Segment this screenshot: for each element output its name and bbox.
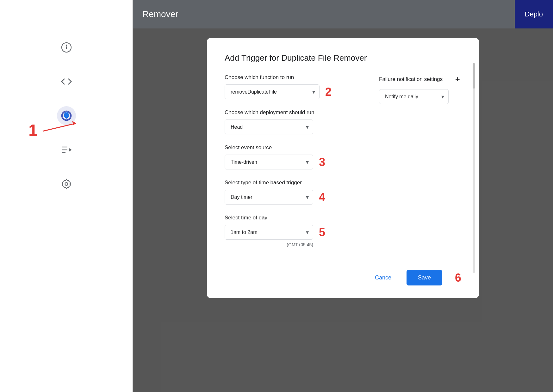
event-select-wrapper: Time-driven ▾ [225, 155, 313, 169]
timeofday-select-wrapper: 1am to 2am ▾ [225, 225, 313, 240]
function-select-wrapper: removeDuplicateFile ▾ [225, 84, 320, 99]
deployment-label: Choose which deployment should run [225, 109, 360, 116]
svg-text:1: 1 [28, 121, 38, 139]
timeofday-section: Select time of day 1am to 2am ▾ 5 (GMT+0… [225, 215, 360, 247]
svg-marker-13 [69, 148, 72, 152]
svg-line-9 [67, 112, 68, 113]
deploy-button[interactable]: Deplo [515, 0, 553, 28]
event-section: Select event source Time-driven ▾ 3 [225, 144, 360, 169]
main-area: Remover Deplo Add Trigger for Duplicate … [133, 0, 553, 392]
event-row: Time-driven ▾ 3 [225, 155, 360, 169]
timetype-section: Select type of time based trigger Day ti… [225, 180, 360, 205]
notify-select[interactable]: Notify me daily [379, 89, 449, 104]
timetype-select-wrapper: Day timer ▾ [225, 190, 313, 205]
gmt-note: (GMT+05:45) [225, 242, 313, 247]
sidebar-item-code[interactable] [57, 72, 76, 91]
annotation-arrow-1: 1 [25, 114, 95, 147]
annotation-badge-5: 5 [319, 227, 325, 238]
sidebar-item-settings[interactable] [57, 175, 76, 193]
function-select[interactable]: removeDuplicateFile [225, 84, 320, 99]
timeofday-label: Select time of day [225, 215, 360, 221]
modal-title: Add Trigger for Duplicate File Remover [225, 53, 461, 63]
function-section: Choose which function to run removeDupli… [225, 74, 360, 99]
annotation-badge-6: 6 [455, 271, 461, 285]
annotation-badge-2: 2 [325, 86, 332, 98]
top-bar: Remover Deplo [133, 0, 553, 28]
sidebar-item-info[interactable] [57, 38, 76, 57]
svg-point-14 [65, 183, 68, 186]
annotation-badge-3: 3 [319, 156, 325, 168]
deployment-select[interactable]: Head [225, 119, 313, 134]
timetype-row: Day timer ▾ 4 [225, 190, 360, 205]
modal-footer: Cancel Save 6 [225, 270, 461, 285]
failure-label: Failure notification settings [379, 76, 443, 83]
timetype-select[interactable]: Day timer [225, 190, 313, 205]
save-button[interactable]: Save [407, 270, 442, 285]
timeofday-row: 1am to 2am ▾ 5 [225, 225, 360, 240]
function-row: removeDuplicateFile ▾ 2 [225, 84, 360, 99]
sidebar [0, 0, 133, 392]
add-failure-button[interactable]: + [454, 74, 461, 84]
timeofday-select[interactable]: 1am to 2am [225, 225, 313, 240]
svg-line-8 [65, 112, 66, 113]
modal-scrollbar[interactable] [473, 63, 475, 273]
event-select[interactable]: Time-driven [225, 155, 313, 169]
failure-settings-header: Failure notification settings + [379, 74, 461, 84]
annotation-badge-4: 4 [319, 192, 325, 203]
modal-body: Choose which function to run removeDupli… [225, 74, 461, 257]
event-label: Select event source [225, 144, 360, 151]
app-title: Remover [142, 9, 178, 19]
notify-select-wrapper: Notify me daily ▾ [379, 89, 449, 104]
modal-left-column: Choose which function to run removeDupli… [225, 74, 360, 257]
modal-right-column: Failure notification settings + Notify m… [379, 74, 461, 257]
svg-point-2 [66, 45, 67, 46]
add-trigger-modal: Add Trigger for Duplicate File Remover C… [207, 38, 479, 298]
function-label: Choose which function to run [225, 74, 360, 81]
deployment-section: Choose which deployment should run Head … [225, 109, 360, 134]
cancel-button[interactable]: Cancel [369, 271, 399, 284]
deployment-row: Head ▾ [225, 119, 360, 134]
svg-line-16 [43, 123, 76, 131]
modal-scrollbar-thumb [473, 63, 475, 89]
modal-backdrop: Add Trigger for Duplicate File Remover C… [133, 28, 553, 392]
deployment-select-wrapper: Head ▾ [225, 119, 313, 134]
timetype-label: Select type of time based trigger [225, 180, 360, 186]
